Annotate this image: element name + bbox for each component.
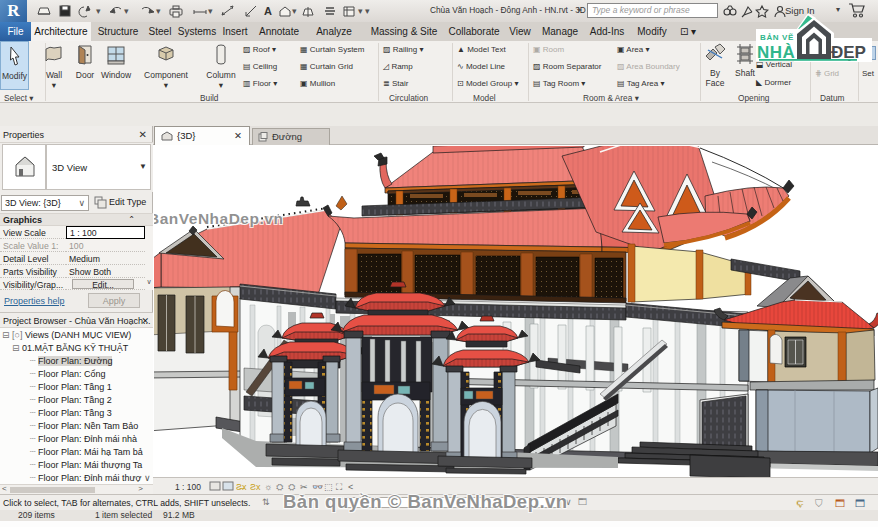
svg-text:Ƨx: Ƨx <box>250 482 261 492</box>
svg-text:▾: ▾ <box>208 6 213 16</box>
svg-text:▾ ▾: ▾ ▾ <box>358 6 370 16</box>
svg-text:🗖: 🗖 <box>855 498 865 509</box>
svg-text:⛉: ⛉ <box>815 498 823 509</box>
svg-text:🗔: 🗔 <box>835 498 845 509</box>
svg-text:▾: ▾ <box>292 6 297 16</box>
svg-text:▾: ▾ <box>156 6 161 16</box>
svg-text:A: A <box>264 5 272 17</box>
svg-text:▾: ▾ <box>124 6 129 16</box>
svg-text:🖓: 🖓 <box>795 498 805 509</box>
svg-text:BẢN VẼ: BẢN VẼ <box>760 33 794 42</box>
svg-text:▾: ▾ <box>96 6 101 16</box>
svg-text:☼: ☼ <box>264 482 272 492</box>
svg-text:Ƨ̶x: Ƨ̶x <box>236 482 247 492</box>
